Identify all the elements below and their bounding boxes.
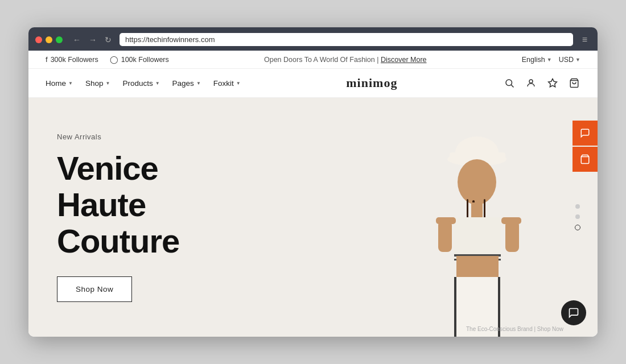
reload-button[interactable]: ↻ <box>102 34 114 46</box>
hero-image-area <box>285 98 598 337</box>
nav-links: Home ▼ Shop ▼ Products ▼ Pages ▼ Foxkit <box>46 79 241 88</box>
language-chevron-icon: ▼ <box>547 57 552 63</box>
top-bar-right: English ▼ USD ▼ <box>522 56 580 64</box>
nav-products-label: Products <box>122 79 153 88</box>
nav-products-chevron: ▼ <box>155 81 160 86</box>
currency-chevron-icon: ▼ <box>575 57 580 63</box>
traffic-lights <box>35 36 63 43</box>
model-illustration <box>393 98 563 337</box>
browser-nav-buttons: ← → ↻ <box>71 34 114 46</box>
hero-title: Venice Haute Couture <box>57 150 239 259</box>
svg-rect-24 <box>454 277 456 337</box>
currency-label: USD <box>559 56 574 64</box>
cart-button[interactable] <box>568 77 580 89</box>
slide-dot-3[interactable] <box>575 225 580 230</box>
svg-point-2 <box>529 80 533 83</box>
chat-bubble-icon <box>568 307 579 318</box>
top-bar: f 300k Followers ◯ 100k Followers Open D… <box>28 51 598 69</box>
minimize-button[interactable] <box>46 36 52 43</box>
account-button[interactable] <box>525 77 537 89</box>
nav-home-label: Home <box>46 79 66 88</box>
discover-more-link[interactable]: Discover More <box>381 56 427 64</box>
svg-rect-20 <box>438 221 452 252</box>
nav-pages-chevron: ▼ <box>196 81 201 86</box>
social-links: f 300k Followers ◯ 100k Followers <box>46 55 169 64</box>
chat-bubble-button[interactable] <box>561 300 586 325</box>
facebook-followers[interactable]: f 300k Followers <box>46 55 98 64</box>
svg-marker-3 <box>549 79 557 87</box>
nav-home[interactable]: Home ▼ <box>46 79 73 88</box>
nav-shop[interactable]: Shop ▼ <box>85 79 110 88</box>
hero-subtitle: New Arrivals <box>57 133 239 141</box>
address-bar[interactable]: https://techinfowinners.com <box>120 33 573 46</box>
back-button[interactable]: ← <box>71 34 83 46</box>
cart-icon <box>569 78 579 88</box>
svg-rect-13 <box>471 202 483 220</box>
nav-icons <box>503 77 580 89</box>
hero-title-line1: Venice Haute <box>57 150 158 223</box>
nav-foxkit[interactable]: Foxkit ▼ <box>213 79 241 88</box>
slide-dot-2[interactable] <box>575 214 580 219</box>
language-label: English <box>522 56 545 64</box>
svg-rect-22 <box>456 256 499 279</box>
slide-dots <box>575 204 580 230</box>
svg-rect-14 <box>454 217 501 257</box>
promo-text: Open Doors To A World Of Fashion | <box>264 56 379 64</box>
side-float-buttons <box>573 121 598 172</box>
nav-home-chevron: ▼ <box>68 81 73 86</box>
instagram-count: 100k Followers <box>121 56 169 64</box>
facebook-icon: f <box>46 55 48 64</box>
nav-products[interactable]: Products ▼ <box>122 79 159 88</box>
hero-section: New Arrivals Venice Haute Couture Shop N… <box>28 98 598 337</box>
nav-foxkit-chevron: ▼ <box>236 81 241 86</box>
bottom-watermark: The Eco-Conscious Brand | Shop Now <box>466 326 563 332</box>
svg-point-0 <box>506 80 512 86</box>
svg-point-8 <box>458 159 496 205</box>
nav-shop-chevron: ▼ <box>105 81 110 86</box>
hero-title-line2: Couture <box>57 222 179 259</box>
chat-float-icon <box>580 128 590 138</box>
search-icon <box>504 78 514 88</box>
facebook-count: 300k Followers <box>51 56 98 64</box>
nav-shop-label: Shop <box>85 79 104 88</box>
svg-rect-21 <box>505 221 519 252</box>
forward-button[interactable]: → <box>87 34 99 46</box>
instagram-icon: ◯ <box>110 55 118 64</box>
wishlist-icon <box>547 78 558 88</box>
logo-wrap: minimog <box>241 76 503 90</box>
nav-pages[interactable]: Pages ▼ <box>172 79 201 88</box>
site-logo[interactable]: minimog <box>346 76 397 90</box>
currency-selector[interactable]: USD ▼ <box>559 56 580 64</box>
search-button[interactable] <box>503 77 516 89</box>
instagram-followers[interactable]: ◯ 100k Followers <box>110 55 169 64</box>
site-content: f 300k Followers ◯ 100k Followers Open D… <box>28 51 598 337</box>
nav-pages-label: Pages <box>172 79 194 88</box>
account-icon <box>526 78 536 88</box>
wishlist-button[interactable] <box>546 77 559 89</box>
side-chat-button[interactable] <box>573 121 598 146</box>
url-text: https://techinfowinners.com <box>125 35 215 44</box>
side-cart-button[interactable] <box>573 147 598 172</box>
promo-banner: Open Doors To A World Of Fashion | Disco… <box>169 56 522 64</box>
svg-line-1 <box>511 85 513 87</box>
slide-dot-1[interactable] <box>575 204 580 209</box>
nav-foxkit-label: Foxkit <box>213 79 234 88</box>
maximize-button[interactable] <box>56 36 63 43</box>
cart-float-icon <box>580 154 590 164</box>
close-button[interactable] <box>35 36 42 43</box>
browser-chrome: ← → ↻ https://techinfowinners.com ≡ <box>28 27 598 51</box>
browser-menu-button[interactable]: ≡ <box>579 34 591 46</box>
main-nav: Home ▼ Shop ▼ Products ▼ Pages ▼ Foxkit <box>28 69 598 98</box>
language-selector[interactable]: English ▼ <box>522 56 552 64</box>
hero-content: New Arrivals Venice Haute Couture Shop N… <box>28 98 267 336</box>
browser-window: ← → ↻ https://techinfowinners.com ≡ f 30… <box>28 27 598 337</box>
shop-now-button[interactable]: Shop Now <box>57 276 132 302</box>
